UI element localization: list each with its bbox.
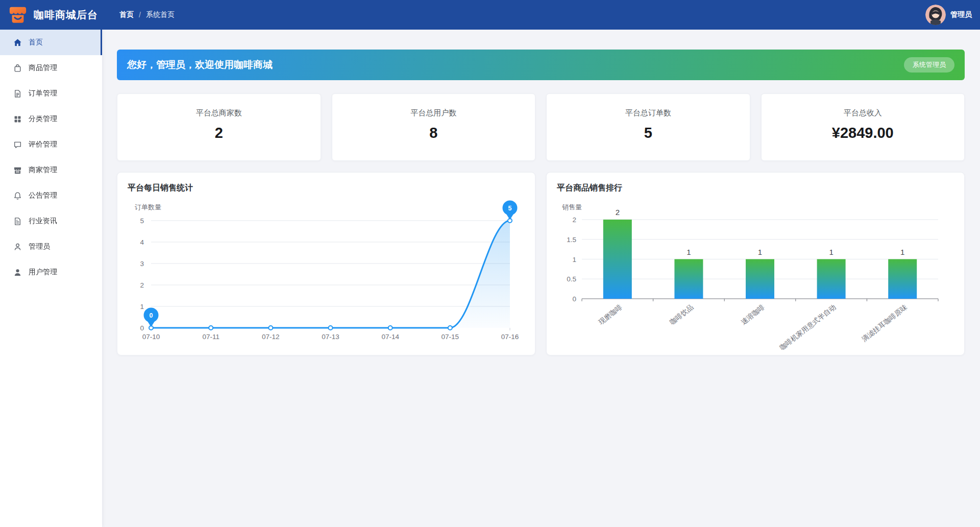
sidebar-item-label: 管理员 xyxy=(29,242,50,251)
user-avatar[interactable] xyxy=(925,5,946,25)
user-icon xyxy=(13,268,22,277)
x-tick-label: 07-13 xyxy=(322,333,339,341)
sidebar-item-reviews[interactable]: 评价管理 xyxy=(0,132,102,157)
y-tick-label: 2 xyxy=(572,216,576,224)
x-category-label: 咖啡机家用意式半自动 xyxy=(778,303,838,352)
data-point-marker xyxy=(329,326,333,330)
bar xyxy=(817,259,846,299)
breadcrumb-home-link[interactable]: 首页 xyxy=(119,10,134,19)
y-axis-title: 订单数量 xyxy=(135,203,161,211)
bar-value-label: 1 xyxy=(829,248,833,256)
y-tick-label: 0 xyxy=(572,295,576,303)
x-category-label: 滴滤挂耳咖啡原味 xyxy=(860,303,909,343)
x-tick-label: 07-10 xyxy=(142,333,160,341)
sidebar-nav: 首页 商品管理 订单管理 分类管理 评价管理 商家管理 公告管理 行业资讯 管理… xyxy=(0,30,102,527)
series-line xyxy=(151,221,510,328)
sidebar-item-label: 商品管理 xyxy=(29,63,57,73)
comment-icon xyxy=(13,140,22,149)
bar-value-label: 1 xyxy=(900,248,904,256)
stat-card-merchants: 平台总商家数 2 xyxy=(117,93,321,161)
x-tick-label: 07-11 xyxy=(202,333,219,341)
data-point-marker xyxy=(448,326,452,330)
y-tick-label: 3 xyxy=(140,260,144,268)
stat-value: 2 xyxy=(215,125,223,141)
sidebar-item-industry-news[interactable]: 行业资讯 xyxy=(0,208,102,234)
y-axis-title: 销售量 xyxy=(562,203,582,211)
stat-card-users: 平台总用户数 8 xyxy=(332,93,536,161)
x-tick-label: 07-12 xyxy=(262,333,280,341)
x-category-label: 速溶咖啡 xyxy=(740,303,766,326)
sidebar-item-users[interactable]: 用户管理 xyxy=(0,259,102,285)
x-tick-label: 07-16 xyxy=(501,333,519,341)
stat-card-orders: 平台总订单数 5 xyxy=(546,93,750,161)
order-icon xyxy=(13,89,22,98)
stat-label: 平台总收入 xyxy=(844,108,882,118)
daily-sales-line-chart: 订单数量01234507-1007-1107-1207-1307-1407-15… xyxy=(117,196,535,355)
charts-row: 平台每日销售统计 订单数量01234507-1007-1107-1207-130… xyxy=(117,172,965,355)
stat-label: 平台总商家数 xyxy=(196,108,242,118)
stat-value: 8 xyxy=(429,125,437,141)
sidebar-item-label: 公告管理 xyxy=(29,191,57,200)
shop-icon xyxy=(13,166,22,175)
y-tick-label: 1 xyxy=(140,303,144,310)
data-point-marker xyxy=(388,326,393,330)
stat-value: ¥2849.00 xyxy=(832,125,894,141)
bar xyxy=(603,220,632,299)
y-tick-label: 0.5 xyxy=(567,275,576,283)
welcome-greeting: 您好，管理员，欢迎使用咖啡商城 xyxy=(127,58,273,71)
breadcrumb-current: 系统首页 xyxy=(146,10,175,19)
x-tick-label: 07-14 xyxy=(381,333,399,341)
sidebar-item-label: 用户管理 xyxy=(29,268,57,277)
y-tick-label: 0 xyxy=(140,324,144,332)
stats-row: 平台总商家数 2 平台总用户数 8 平台总订单数 5 平台总收入 ¥2849.0… xyxy=(117,93,965,161)
home-icon xyxy=(13,38,22,47)
bar-value-label: 1 xyxy=(687,248,691,256)
sidebar-item-label: 商家管理 xyxy=(29,165,57,175)
mark-pin-value: 0 xyxy=(150,312,153,319)
top-header: 咖啡商城后台 首页 / 系统首页 管理员 xyxy=(0,0,980,30)
sidebar-item-orders[interactable]: 订单管理 xyxy=(0,81,102,106)
admin-icon xyxy=(13,243,22,251)
bar xyxy=(674,259,703,299)
x-tick-label: 07-15 xyxy=(442,333,459,341)
sidebar-item-merchants[interactable]: 商家管理 xyxy=(0,157,102,183)
breadcrumb-separator: / xyxy=(139,11,141,19)
mark-pin-value: 5 xyxy=(508,205,512,212)
y-tick-label: 5 xyxy=(140,217,144,225)
data-point-marker xyxy=(268,326,273,330)
sidebar-item-admins[interactable]: 管理员 xyxy=(0,234,102,259)
sidebar-item-label: 评价管理 xyxy=(29,140,57,149)
chart-title: 平台商品销售排行 xyxy=(557,183,622,194)
x-category-label: 现磨咖啡 xyxy=(597,303,624,326)
grid-icon xyxy=(13,115,22,124)
bar-value-label: 1 xyxy=(758,248,762,256)
app-logo-icon xyxy=(8,5,28,25)
sidebar-item-label: 订单管理 xyxy=(29,89,57,98)
stat-label: 平台总用户数 xyxy=(410,108,456,118)
sidebar-item-products[interactable]: 商品管理 xyxy=(0,55,102,81)
bar-value-label: 2 xyxy=(616,208,620,217)
news-icon xyxy=(13,217,22,226)
sidebar-item-label: 首页 xyxy=(29,38,43,47)
sidebar-item-notices[interactable]: 公告管理 xyxy=(0,183,102,208)
bar xyxy=(746,259,774,299)
sidebar-item-home[interactable]: 首页 xyxy=(0,30,102,55)
sidebar-item-categories[interactable]: 分类管理 xyxy=(0,106,102,132)
role-badge: 系统管理员 xyxy=(904,57,954,73)
series-area xyxy=(151,221,510,328)
bell-icon xyxy=(13,191,22,200)
stat-card-revenue: 平台总收入 ¥2849.00 xyxy=(761,93,965,161)
y-tick-label: 2 xyxy=(140,281,144,289)
username-label[interactable]: 管理员 xyxy=(950,10,972,19)
stat-label: 平台总订单数 xyxy=(625,108,671,118)
y-tick-label: 4 xyxy=(140,238,144,246)
product-ranking-chart-card: 平台商品销售排行 销售量00.511.522现磨咖啡1咖啡饮品1速溶咖啡1咖啡机… xyxy=(546,172,965,355)
chart-title: 平台每日销售统计 xyxy=(128,183,193,194)
sidebar-item-label: 行业资讯 xyxy=(29,217,57,226)
y-tick-label: 1.5 xyxy=(567,236,576,244)
stat-value: 5 xyxy=(644,125,652,141)
welcome-banner: 您好，管理员，欢迎使用咖啡商城 系统管理员 xyxy=(117,50,965,80)
data-point-marker xyxy=(209,326,213,330)
y-tick-label: 1 xyxy=(572,256,576,264)
daily-sales-chart-card: 平台每日销售统计 订单数量01234507-1007-1107-1207-130… xyxy=(117,172,535,355)
